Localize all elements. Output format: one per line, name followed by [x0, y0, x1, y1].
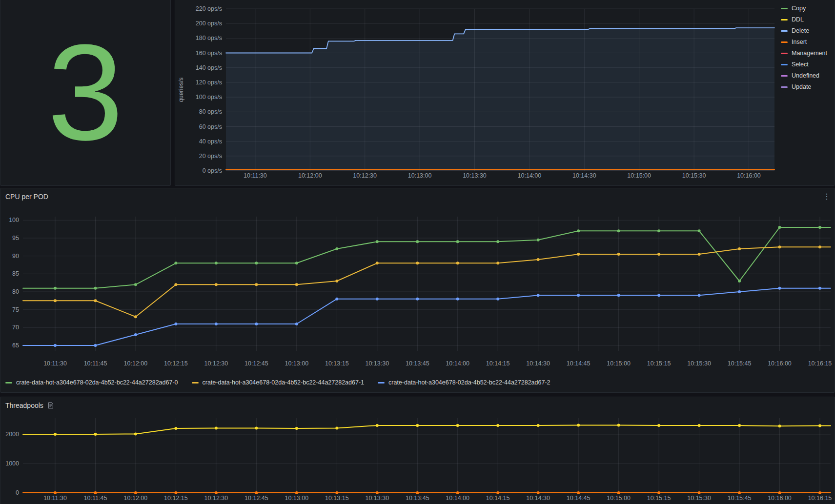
svg-text:10:12:45: 10:12:45	[244, 495, 268, 502]
svg-text:10:13:45: 10:13:45	[406, 360, 429, 367]
legend-series-label: Update	[792, 83, 811, 90]
queries-panel: 220 ops/s200 ops/s180 ops/s160 ops/s140 …	[175, 0, 835, 186]
stat-panel: 3	[0, 0, 171, 186]
cpu-panel-header: CPU per POD ⋮	[0, 188, 835, 205]
svg-text:10:13:00: 10:13:00	[408, 172, 432, 179]
svg-text:10:15:45: 10:15:45	[728, 360, 752, 367]
series-crate-data-hot-a304e678-02da-4b52-bc22-44a27282ad67-1	[23, 245, 831, 318]
svg-text:200 ops/s: 200 ops/s	[196, 20, 222, 27]
legend-item-crate-data-hot-a304e678-02da-4b52-bc22-44a27282ad67-0[interactable]: crate-data-hot-a304e678-02da-4b52-bc22-4…	[5, 379, 178, 386]
legend-series-swatch	[781, 64, 788, 65]
svg-text:10:11:30: 10:11:30	[244, 172, 267, 179]
svg-text:10:13:00: 10:13:00	[285, 495, 308, 502]
svg-text:60 ops/s: 60 ops/s	[199, 123, 222, 130]
threadpools-panel: Threadpools 20001000010:11:3010:11:4510:…	[0, 397, 835, 504]
legend-item-update[interactable]: Update	[781, 83, 833, 90]
svg-text:10:14:00: 10:14:00	[446, 360, 469, 367]
svg-text:10:16:15: 10:16:15	[808, 360, 832, 367]
svg-text:1000: 1000	[5, 460, 19, 467]
svg-text:80: 80	[12, 288, 19, 295]
threadpools-panel-title[interactable]: Threadpools	[5, 402, 43, 409]
svg-text:10:15:30: 10:15:30	[682, 172, 706, 179]
svg-text:10:13:30: 10:13:30	[365, 360, 389, 367]
svg-text:10:14:30: 10:14:30	[526, 495, 550, 502]
svg-text:40 ops/s: 40 ops/s	[199, 138, 222, 145]
svg-text:100 ops/s: 100 ops/s	[196, 94, 222, 101]
svg-text:70: 70	[12, 324, 19, 331]
svg-text:140 ops/s: 140 ops/s	[196, 64, 222, 71]
legend-series-label: crate-data-hot-a304e678-02da-4b52-bc22-4…	[388, 379, 550, 386]
svg-text:10:12:00: 10:12:00	[124, 360, 148, 367]
series-Delete	[226, 28, 774, 171]
svg-text:10:14:15: 10:14:15	[486, 495, 510, 502]
svg-text:10:15:00: 10:15:00	[607, 360, 631, 367]
queries-legend: CopyDDLDeleteInsertManagementSelectUndef…	[778, 0, 835, 185]
svg-text:10:14:45: 10:14:45	[567, 360, 591, 367]
svg-text:180 ops/s: 180 ops/s	[196, 35, 222, 41]
svg-text:10:11:45: 10:11:45	[84, 495, 107, 502]
svg-text:85: 85	[12, 270, 19, 277]
svg-text:10:11:45: 10:11:45	[84, 360, 107, 367]
svg-text:120 ops/s: 120 ops/s	[196, 79, 222, 86]
legend-series-label: crate-data-hot-a304e678-02da-4b52-bc22-4…	[203, 379, 365, 386]
svg-text:10:13:15: 10:13:15	[325, 360, 349, 367]
svg-text:10:12:15: 10:12:15	[164, 495, 188, 502]
svg-text:10:14:15: 10:14:15	[486, 360, 510, 367]
cpu-legend: crate-data-hot-a304e678-02da-4b52-bc22-4…	[0, 376, 835, 386]
series-crate-data-hot-a304e678-02da-4b52-bc22-44a27282ad67-0	[23, 226, 831, 290]
svg-text:0: 0	[16, 489, 19, 496]
cpu-panel-title[interactable]: CPU per POD	[5, 193, 48, 201]
svg-text:100: 100	[9, 217, 19, 223]
svg-text:2000: 2000	[5, 431, 19, 438]
cpu-panel: CPU per POD ⋮ 1009590858075706510:11:301…	[0, 188, 835, 393]
legend-series-label: crate-data-hot-a304e678-02da-4b52-bc22-4…	[16, 379, 178, 386]
legend-series-swatch	[781, 41, 788, 43]
svg-text:220 ops/s: 220 ops/s	[196, 5, 222, 12]
svg-text:10:14:00: 10:14:00	[446, 495, 469, 502]
svg-text:65: 65	[12, 342, 19, 349]
svg-text:10:11:30: 10:11:30	[43, 495, 67, 502]
queries-chart[interactable]: 220 ops/s200 ops/s180 ops/s160 ops/s140 …	[175, 0, 778, 184]
legend-series-swatch	[781, 53, 788, 54]
threadpools-chart[interactable]: 20001000010:11:3010:11:4510:12:0010:12:1…	[0, 414, 835, 504]
svg-text:10:16:15: 10:16:15	[808, 495, 832, 502]
svg-text:10:15:30: 10:15:30	[687, 495, 711, 502]
legend-item-crate-data-hot-a304e678-02da-4b52-bc22-44a27282ad67-1[interactable]: crate-data-hot-a304e678-02da-4b52-bc22-4…	[192, 379, 365, 386]
legend-item-copy[interactable]: Copy	[781, 5, 833, 12]
svg-text:0 ops/s: 0 ops/s	[203, 167, 222, 174]
legend-item-management[interactable]: Management	[781, 50, 833, 57]
svg-text:75: 75	[12, 306, 19, 313]
svg-text:10:12:30: 10:12:30	[204, 360, 228, 367]
svg-text:10:15:45: 10:15:45	[728, 495, 752, 502]
legend-item-ddl[interactable]: DDL	[781, 16, 833, 23]
svg-text:10:15:15: 10:15:15	[647, 495, 671, 502]
legend-series-swatch	[781, 75, 788, 77]
legend-item-insert[interactable]: Insert	[781, 39, 833, 45]
svg-text:160 ops/s: 160 ops/s	[196, 50, 222, 57]
svg-text:10:13:30: 10:13:30	[365, 495, 389, 502]
cpu-chart[interactable]: 1009590858075706510:11:3010:11:4510:12:0…	[0, 205, 835, 376]
legend-item-select[interactable]: Select	[781, 61, 833, 68]
legend-series-swatch	[781, 8, 788, 9]
svg-text:95: 95	[12, 235, 19, 242]
svg-text:20 ops/s: 20 ops/s	[199, 153, 222, 160]
svg-text:10:12:15: 10:12:15	[164, 360, 188, 367]
legend-series-swatch	[378, 382, 385, 383]
panel-description-icon[interactable]	[47, 402, 54, 409]
legend-item-undefined[interactable]: Undefined	[781, 72, 833, 79]
legend-series-label: Select	[792, 61, 809, 68]
legend-series-swatch	[781, 19, 788, 20]
panel-menu-icon[interactable]: ⋮	[823, 193, 831, 201]
svg-text:10:16:00: 10:16:00	[737, 172, 761, 179]
svg-text:10:13:15: 10:13:15	[325, 495, 349, 502]
svg-text:90: 90	[12, 253, 19, 260]
svg-text:10:15:30: 10:15:30	[687, 360, 711, 367]
legend-item-crate-data-hot-a304e678-02da-4b52-bc22-44a27282ad67-2[interactable]: crate-data-hot-a304e678-02da-4b52-bc22-4…	[378, 379, 550, 386]
legend-series-swatch	[192, 382, 199, 383]
threadpools-panel-header: Threadpools	[0, 397, 835, 414]
legend-item-delete[interactable]: Delete	[781, 27, 833, 34]
svg-text:10:15:00: 10:15:00	[607, 495, 631, 502]
svg-text:10:12:00: 10:12:00	[124, 495, 148, 502]
legend-series-label: Delete	[792, 27, 809, 34]
legend-series-label: Undefined	[792, 72, 819, 79]
